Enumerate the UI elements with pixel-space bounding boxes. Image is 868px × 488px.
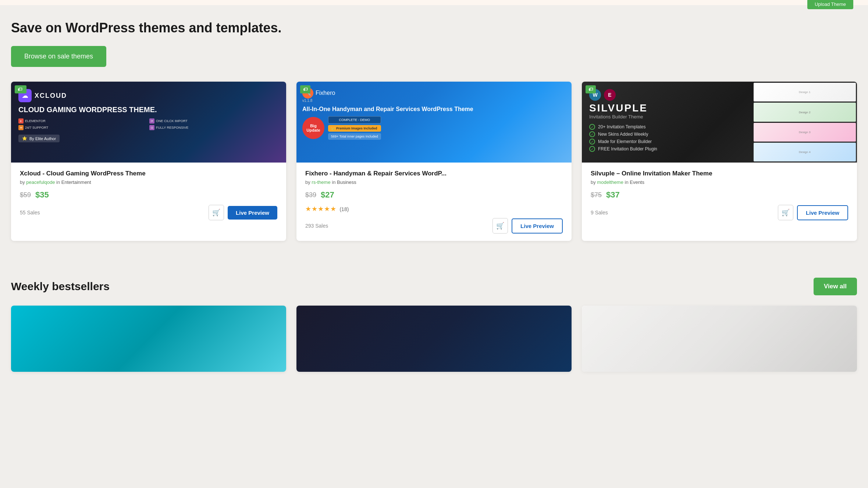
theme-name-xcloud: Xcloud - Cloud Gaming WordPress Theme: [20, 170, 277, 177]
check-icon-2: ✓: [589, 131, 595, 137]
sale-price-silvuple: $37: [606, 190, 620, 200]
original-price-xcloud: $59: [20, 191, 31, 199]
theme-image-silvuple: W E SILVUPLE Invitations Builder Theme ✓…: [582, 82, 857, 163]
add-to-cart-silvuple[interactable]: 🛒: [778, 205, 793, 220]
silvuple-thumbnails: Design 1 Design 2 Design 3 Design 4: [753, 82, 857, 163]
check-icon-4: ✓: [589, 146, 595, 152]
responsive-icon: ⊡: [149, 125, 154, 130]
sale-badge-fixhero: [300, 85, 310, 93]
weekly-card-1: [11, 306, 286, 372]
section-divider: [0, 263, 868, 278]
sale-badge-xcloud: [15, 85, 26, 93]
live-preview-xcloud[interactable]: Live Preview: [228, 206, 277, 220]
sales-count-fixhero: 293 Sales: [305, 223, 328, 229]
add-to-cart-xcloud[interactable]: 🛒: [209, 205, 224, 220]
card-footer-silvuple: 9 Sales 🛒 Live Preview: [591, 205, 848, 220]
theme-info-fixhero: Fixhero - Handyman & Repair Services Wor…: [296, 163, 572, 241]
live-preview-fixhero[interactable]: Live Preview: [512, 218, 563, 234]
theme-card-silvuple: W E SILVUPLE Invitations Builder Theme ✓…: [582, 82, 857, 241]
upload-theme-button[interactable]: Upload Theme: [807, 0, 853, 9]
live-preview-silvuple[interactable]: Live Preview: [797, 205, 848, 220]
sales-count-xcloud: 55 Sales: [20, 210, 40, 215]
weekly-grid: [11, 306, 857, 372]
fixhero-version: v1.1.8: [302, 99, 335, 103]
sale-badge-silvuple: [586, 85, 596, 93]
sales-count-silvuple: 9 Sales: [591, 210, 608, 215]
weekly-section: Weekly bestsellers View all: [0, 278, 868, 387]
thumbnail-2: Design 2: [754, 103, 856, 121]
card-footer-xcloud: 55 Sales 🛒 Live Preview: [20, 205, 277, 220]
thumbnail-4: Design 4: [754, 143, 856, 161]
thumbnail-3: Design 3: [754, 123, 856, 142]
weekly-card-2: [296, 306, 572, 372]
theme-card-xcloud: ☁ XCLOUD CLOUD GAMING WORDPRESS THEME. E…: [11, 82, 286, 241]
browse-sale-themes-button[interactable]: Browse on sale themes: [11, 46, 106, 67]
sale-price-fixhero: $27: [321, 190, 334, 200]
weekly-card-image-1: [11, 306, 286, 372]
themes-grid: ☁ XCLOUD CLOUD GAMING WORDPRESS THEME. E…: [11, 82, 857, 241]
card-footer-fixhero: 293 Sales 🛒 Live Preview: [305, 218, 563, 234]
original-price-silvuple: $75: [591, 191, 602, 199]
xcloud-features: E ELEMENTOR ⟳ ONE CILCK IMPORT ✉ 24/7 SU…: [18, 118, 279, 130]
theme-author-fixhero: by rs-theme in Business: [305, 179, 563, 185]
fixhero-theme-subtitle: All-In-One Handyman and Repair Services …: [302, 106, 566, 113]
inner-pages-badge: 569+ Total inner pages Included: [328, 133, 381, 140]
check-icon-3: ✓: [589, 139, 595, 145]
theme-image-xcloud: ☁ XCLOUD CLOUD GAMING WORDPRESS THEME. E…: [11, 82, 286, 163]
check-icon-1: ✓: [589, 124, 595, 130]
fixhero-logo-text: Fixhero: [316, 90, 335, 96]
silvuple-brand: SILVUPLE: [589, 102, 745, 114]
big-update-badge: Big Update: [302, 117, 324, 139]
support-icon: ✉: [18, 125, 24, 130]
silvuple-features: ✓ 20+ Invitation Templates ✓ New Skins A…: [589, 124, 745, 152]
price-row-silvuple: $75 $37: [591, 190, 848, 200]
sale-price-xcloud: $35: [35, 190, 49, 200]
original-price-fixhero: $39: [305, 191, 316, 199]
theme-author-silvuple: by modeltheme in Events: [591, 179, 848, 185]
weekly-card-image-2: [296, 306, 572, 372]
view-all-button[interactable]: View all: [814, 278, 857, 295]
rating-count-fixhero: (18): [339, 206, 349, 212]
thumbnail-1: Design 1: [754, 83, 856, 101]
weekly-header: Weekly bestsellers View all: [11, 278, 857, 295]
complete-demo-badge: COMPLETE - DEMO: [328, 116, 381, 124]
premium-badge: 👑 Premium Images Included: [328, 125, 381, 132]
theme-info-silvuple: Silvuple – Online Invitation Maker Theme…: [582, 163, 857, 228]
xcloud-logo-text: XCLOUD: [35, 92, 67, 100]
weekly-title: Weekly bestsellers: [11, 280, 110, 293]
theme-name-silvuple: Silvuple – Online Invitation Maker Theme: [591, 170, 848, 177]
silvuple-subtitle: Invitations Builder Theme: [589, 114, 745, 120]
elementor-e-icon: E: [604, 89, 616, 101]
xcloud-theme-title: CLOUD GAMING WORDPRESS THEME.: [18, 105, 279, 114]
weekly-card-3: [582, 306, 857, 372]
price-row-fixhero: $39 $27: [305, 190, 563, 200]
rating-row-fixhero: ★★★★★ (18): [305, 205, 563, 213]
stars-fixhero: ★★★★★: [305, 205, 337, 213]
elementor-icon: E: [18, 118, 24, 124]
weekly-card-image-3: [582, 306, 857, 372]
theme-info-xcloud: Xcloud - Cloud Gaming WordPress Theme by…: [11, 163, 286, 228]
hero-title: Save on WordPress themes and templates.: [11, 20, 857, 36]
add-to-cart-fixhero[interactable]: 🛒: [492, 218, 508, 234]
theme-name-fixhero: Fixhero - Handyman & Repair Services Wor…: [305, 170, 563, 177]
oneclick-icon: ⟳: [149, 118, 154, 124]
elite-author-badge: ⭐ By Elite Author: [18, 135, 60, 142]
price-row-xcloud: $59 $35: [20, 190, 277, 200]
theme-image-fixhero: 🔧 Fixhero v1.1.8 All-In-One Handyman and…: [296, 82, 572, 163]
theme-author-xcloud: by peacefulqode in Entertainment: [20, 179, 277, 185]
theme-card-fixhero: 🔧 Fixhero v1.1.8 All-In-One Handyman and…: [296, 82, 572, 241]
